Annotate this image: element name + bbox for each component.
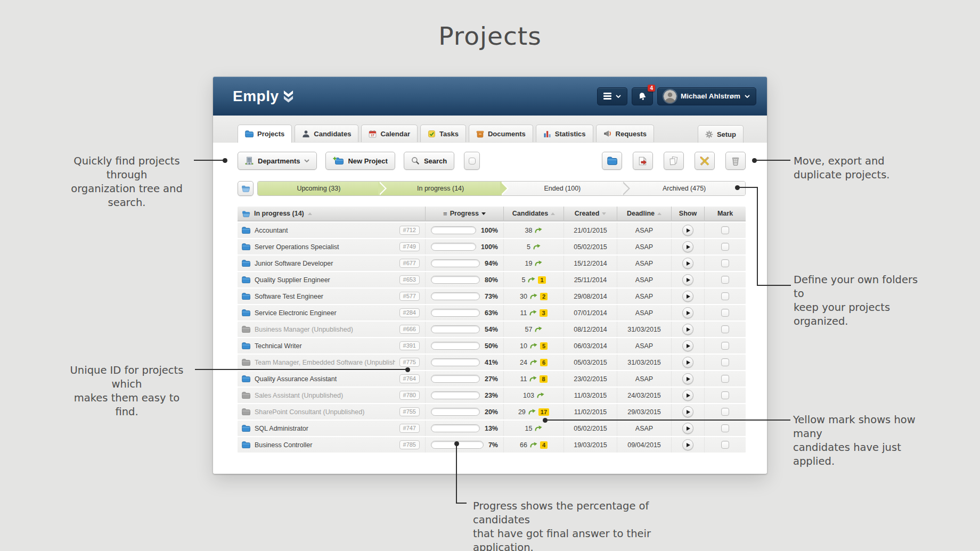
- tab-documents[interactable]: Documents: [469, 125, 533, 142]
- table-row[interactable]: Technical Writer#39150%10506/03/2014ASAP: [238, 338, 746, 353]
- table-row[interactable]: SharePoint Consultant (Unpublished)#7552…: [238, 404, 746, 420]
- column-header-progress[interactable]: ≡ Progress: [425, 207, 503, 220]
- search-button[interactable]: Search: [404, 152, 454, 170]
- mark-checkbox[interactable]: [721, 325, 729, 333]
- table-row[interactable]: Business Manager (Unpublished)#66654%570…: [238, 322, 746, 337]
- mark-checkbox[interactable]: [721, 342, 729, 350]
- show-button[interactable]: [682, 241, 693, 252]
- project-name-cell[interactable]: Sales Assistant (Unpublished)#780: [238, 388, 425, 403]
- project-name-cell[interactable]: Technical Writer#391: [238, 338, 425, 353]
- mark-checkbox[interactable]: [721, 358, 729, 366]
- candidates-cell[interactable]: 246: [503, 355, 564, 370]
- stage-ended-100-[interactable]: Ended (100): [502, 182, 624, 195]
- show-button[interactable]: [682, 324, 693, 335]
- candidates-cell[interactable]: 38: [503, 223, 564, 238]
- show-button[interactable]: [682, 340, 693, 351]
- departments-button[interactable]: Departments: [238, 152, 317, 170]
- show-button[interactable]: [682, 225, 693, 236]
- mark-checkbox[interactable]: [721, 375, 729, 383]
- new-project-button[interactable]: New Project: [325, 152, 395, 170]
- table-row[interactable]: Sales Assistant (Unpublished)#78023%1031…: [238, 388, 746, 403]
- project-name-cell[interactable]: Quality Supplier Engineer#653: [238, 272, 425, 287]
- project-name-cell[interactable]: Software Test Engineer#577: [238, 289, 425, 304]
- mark-checkbox[interactable]: [721, 408, 729, 416]
- tab-requests[interactable]: Requests: [596, 125, 655, 142]
- mark-checkbox[interactable]: [721, 292, 729, 300]
- show-button[interactable]: [682, 373, 693, 384]
- mark-checkbox[interactable]: [721, 309, 729, 317]
- delete-button[interactable]: [725, 152, 746, 170]
- mark-checkbox[interactable]: [721, 424, 729, 432]
- table-row[interactable]: Junior Software Developer#67794%1915/12/…: [238, 256, 746, 271]
- project-name-cell[interactable]: Service Electronic Engineer#284: [238, 305, 425, 320]
- mark-checkbox[interactable]: [721, 226, 729, 234]
- project-name-cell[interactable]: Quality Assurance Assistant#764: [238, 371, 425, 386]
- tab-statistics[interactable]: Statistics: [536, 125, 593, 142]
- tab-tasks[interactable]: Tasks: [420, 125, 466, 142]
- candidates-cell[interactable]: 19: [503, 256, 564, 271]
- table-row[interactable]: SQL Administrator#74713%1505/02/2015ASAP: [238, 421, 746, 436]
- folders-button[interactable]: [238, 181, 254, 196]
- tab-calendar[interactable]: 17Calendar: [361, 125, 418, 142]
- show-button[interactable]: [682, 423, 693, 434]
- project-name-cell[interactable]: Business Controller#785: [238, 437, 425, 453]
- mark-checkbox[interactable]: [721, 243, 729, 251]
- mark-checkbox[interactable]: [721, 276, 729, 284]
- candidates-cell[interactable]: 302: [503, 289, 564, 304]
- candidates-cell[interactable]: 118: [503, 371, 564, 386]
- export-button[interactable]: [633, 152, 653, 170]
- stage-upcoming-33-[interactable]: Upcoming (33): [258, 182, 380, 195]
- project-name-cell[interactable]: Business Manager (Unpublished)#666: [238, 322, 425, 337]
- project-name-cell[interactable]: Accountant#712: [238, 223, 425, 238]
- show-button[interactable]: [682, 439, 693, 450]
- candidates-cell[interactable]: 15: [503, 421, 564, 436]
- candidates-cell[interactable]: 2917: [503, 404, 564, 420]
- duplicate-button[interactable]: [664, 152, 684, 170]
- table-row[interactable]: Quality Assurance Assistant#76427%11823/…: [238, 371, 746, 386]
- table-row[interactable]: Quality Supplier Engineer#65380%5125/11/…: [238, 272, 746, 287]
- column-header-candidates[interactable]: Candidates: [503, 207, 564, 220]
- project-name-cell[interactable]: SharePoint Consultant (Unpublished)#755: [238, 404, 425, 420]
- table-row[interactable]: Server Operations Specialist#749100%505/…: [238, 239, 746, 254]
- candidates-cell[interactable]: 51: [503, 272, 564, 287]
- stage-archived-475-[interactable]: Archived (475): [623, 182, 745, 195]
- table-row[interactable]: Team Manager, Embedded Software (Unpubli…: [238, 355, 746, 370]
- tab-setup[interactable]: Setup: [698, 125, 744, 143]
- search-toggle-button[interactable]: [464, 152, 480, 170]
- candidates-cell[interactable]: 113: [503, 305, 564, 320]
- column-header-name[interactable]: In progress (14): [238, 207, 425, 220]
- main-menu-button[interactable]: [597, 87, 627, 105]
- project-name-cell[interactable]: Server Operations Specialist#749: [238, 239, 425, 254]
- show-button[interactable]: [682, 406, 693, 417]
- tab-projects[interactable]: Projects: [238, 125, 292, 143]
- table-row[interactable]: Business Controller#7857%66419/03/201509…: [238, 437, 746, 453]
- project-name-cell[interactable]: Junior Software Developer#677: [238, 256, 425, 271]
- stage-in-progress-14-[interactable]: In progress (14): [380, 182, 502, 195]
- mark-checkbox[interactable]: [721, 441, 729, 449]
- column-header-created[interactable]: Created: [564, 207, 617, 220]
- project-name-cell[interactable]: SQL Administrator#747: [238, 421, 425, 436]
- candidates-cell[interactable]: 5: [503, 239, 564, 254]
- notifications-button[interactable]: 4: [632, 87, 653, 105]
- table-row[interactable]: Service Electronic Engineer#28463%11307/…: [238, 305, 746, 320]
- candidates-cell[interactable]: 57: [503, 322, 564, 337]
- show-button[interactable]: [682, 357, 693, 368]
- candidates-cell[interactable]: 103: [503, 388, 564, 403]
- tab-candidates[interactable]: Candidates: [295, 125, 358, 142]
- show-button[interactable]: [682, 291, 693, 302]
- table-row[interactable]: Software Test Engineer#57773%30229/08/20…: [238, 289, 746, 304]
- edit-button[interactable]: [695, 152, 715, 170]
- column-header-deadline[interactable]: Deadline: [617, 207, 671, 220]
- candidates-cell[interactable]: 664: [503, 437, 564, 453]
- show-button[interactable]: [682, 390, 693, 401]
- move-to-folder-button[interactable]: [602, 152, 622, 170]
- mark-checkbox[interactable]: [721, 391, 729, 399]
- candidates-cell[interactable]: 105: [503, 338, 564, 353]
- show-button[interactable]: [682, 307, 693, 318]
- show-button[interactable]: [682, 274, 693, 285]
- table-row[interactable]: Accountant#712100%3821/01/2015ASAP: [238, 223, 746, 238]
- mark-checkbox[interactable]: [721, 259, 729, 267]
- user-menu-button[interactable]: Michael Ahlstrøm: [657, 87, 756, 105]
- project-name-cell[interactable]: Team Manager, Embedded Software (Unpubli…: [238, 355, 425, 370]
- show-button[interactable]: [682, 258, 693, 269]
